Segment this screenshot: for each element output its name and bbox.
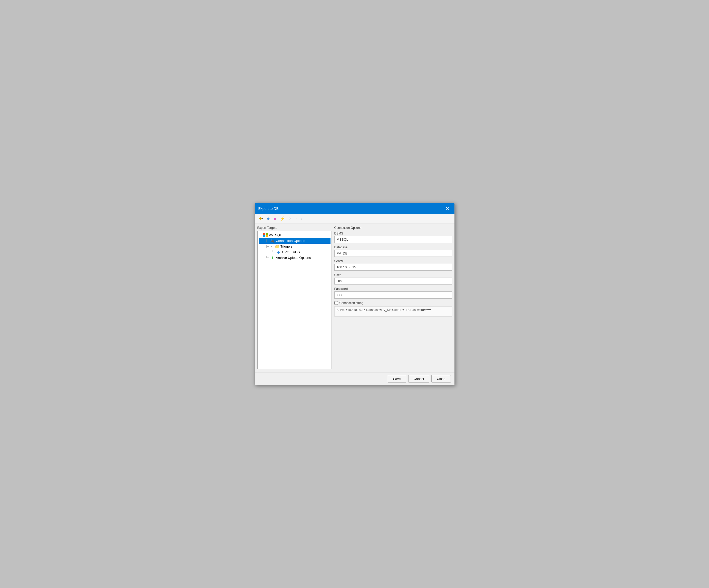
opc-tags-label: OPC_TAGS <box>282 250 300 254</box>
pink-diamond-button[interactable]: ◆ <box>272 215 278 222</box>
connection-options-label: Connection Options <box>276 239 305 243</box>
blue-diamond-icon: ◆ <box>267 216 270 221</box>
server-input[interactable] <box>334 264 452 271</box>
tree-node-opc-tags[interactable]: └─ ◆ OPC_TAGS <box>259 249 331 255</box>
database-input[interactable] <box>334 250 452 257</box>
lightning-icon: ⚡ <box>280 216 285 221</box>
plug-icon: 🔌 <box>270 239 275 243</box>
connection-string-value: Server=100.10.30.15;Database=PV_DB;User … <box>334 306 452 317</box>
add-icon: ✚ <box>259 216 262 221</box>
tree-line-opc: └─ <box>272 250 275 254</box>
pink-diamond-icon: ◆ <box>273 216 277 221</box>
add-button[interactable]: ✚▾ <box>257 215 265 222</box>
cancel-button[interactable]: Cancel <box>408 375 429 382</box>
expand-icon-pv-sql: − <box>259 234 262 237</box>
password-group: Password <box>334 287 452 299</box>
connection-string-checkbox[interactable] <box>334 301 338 305</box>
tree-line-tr: ├─ <box>266 245 269 248</box>
delete-icon: ✕ <box>289 216 292 221</box>
up-arrow-icon: ↑ <box>295 216 297 221</box>
triggers-label: Triggers <box>281 244 292 248</box>
diamond-blue-icon: ◆ <box>277 250 281 255</box>
toolbar: ✚▾ ◆ ◆ ⚡ ✕ ↑ ↓ <box>255 214 454 223</box>
upload-arrow-icon: ⬆ <box>270 256 275 260</box>
close-footer-button[interactable]: Close <box>431 375 451 382</box>
delete-button[interactable]: ✕ <box>287 216 293 221</box>
save-button[interactable]: Save <box>388 375 406 382</box>
dbms-label: DBMS <box>334 232 452 235</box>
database-label: Database <box>334 245 452 249</box>
blue-diamond-button[interactable]: ◆ <box>266 215 271 222</box>
close-button[interactable]: ✕ <box>444 206 451 211</box>
export-to-db-dialog: Export to DB ✕ ✚▾ ◆ ◆ ⚡ ✕ ↑ ↓ Export Tar… <box>255 203 455 385</box>
user-group: User <box>334 273 452 285</box>
tree-node-connection-options[interactable]: ├─ 🔌 Connection Options <box>259 238 331 244</box>
title-bar: Export to DB ✕ <box>255 203 454 214</box>
tree-node-archive-upload[interactable]: └─ ⬆ Archive Upload Options <box>259 255 331 261</box>
connection-options-header: Connection Options <box>334 226 452 230</box>
user-input[interactable] <box>334 277 452 285</box>
move-up-button[interactable]: ↑ <box>294 216 298 221</box>
connection-string-label[interactable]: Connection string <box>340 301 363 305</box>
database-group: Database <box>334 245 452 257</box>
ms-icon-pv-sql <box>263 233 268 238</box>
user-label: User <box>334 273 452 277</box>
tree-node-triggers[interactable]: ├─ − 📁 Triggers <box>259 244 331 249</box>
right-panel: Connection Options DBMS Database Server … <box>334 226 452 370</box>
archive-upload-label: Archive Upload Options <box>276 256 311 260</box>
password-label: Password <box>334 287 452 291</box>
tree-view: − PV_SQL ├─ 🔌 Connection Options ├─ − <box>257 231 332 369</box>
dbms-group: DBMS <box>334 232 452 243</box>
server-label: Server <box>334 259 452 263</box>
left-panel: Export Targets − PV_SQL ├─ 🔌 Connection … <box>257 226 332 370</box>
tree-node-pv-sql[interactable]: − PV_SQL <box>259 233 331 238</box>
lightning-button[interactable]: ⚡ <box>279 215 286 222</box>
move-down-button[interactable]: ↓ <box>299 216 304 221</box>
password-input[interactable] <box>334 291 452 299</box>
down-arrow-icon: ↓ <box>301 216 303 221</box>
expand-icon-triggers: − <box>270 245 273 248</box>
tree-line-au: └─ <box>266 256 269 259</box>
pv-sql-label: PV_SQL <box>269 233 282 237</box>
dropdown-arrow-icon: ▾ <box>262 217 263 220</box>
folder-icon: 📁 <box>275 244 280 249</box>
server-group: Server <box>334 259 452 271</box>
content-area: Export Targets − PV_SQL ├─ 🔌 Connection … <box>255 223 454 372</box>
connection-string-checkbox-row: Connection string <box>334 301 452 305</box>
tree-line-co: ├─ <box>266 239 269 242</box>
footer: Save Cancel Close <box>255 372 454 385</box>
dbms-input[interactable] <box>334 236 452 243</box>
export-targets-label: Export Targets <box>257 226 332 230</box>
dialog-title: Export to DB <box>258 207 279 211</box>
